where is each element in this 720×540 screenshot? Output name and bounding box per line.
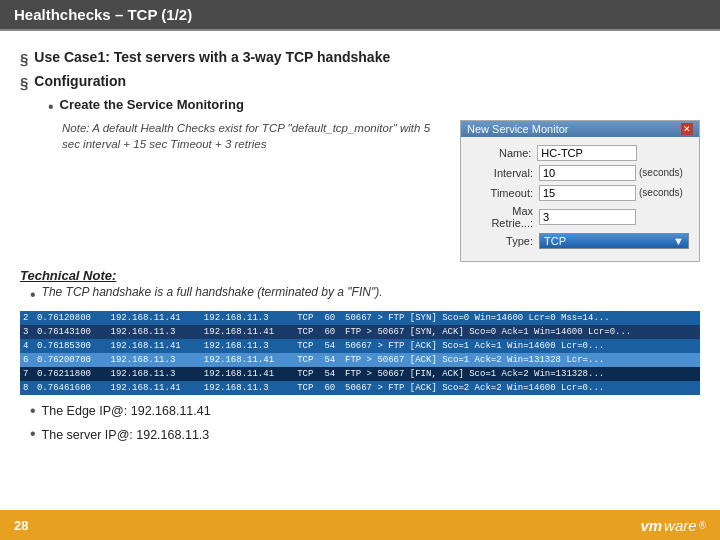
- dialog-unit-timeout: (seconds): [639, 187, 689, 198]
- table-row: 20.76120800192.168.11.41192.168.11.3TCP6…: [20, 311, 700, 325]
- configuration-text: Configuration: [34, 73, 126, 89]
- footer-ware-text: ware: [664, 517, 697, 534]
- use-case-text: Use Case1: Test servers with a 3-way TCP…: [34, 49, 390, 65]
- tech-note-item: • The TCP handshake is a full handshake …: [30, 285, 700, 306]
- dialog-input-timeout[interactable]: [539, 185, 636, 201]
- sub-section-create: • Create the Service Monitoring Note: A …: [48, 97, 700, 262]
- dialog-select-type[interactable]: TCP ▼: [539, 233, 689, 249]
- dialog-input-name[interactable]: [537, 145, 637, 161]
- main-content: § Use Case1: Test servers with a 3-way T…: [0, 37, 720, 456]
- bottom-text-server: The server IP@: 192.168.11.3: [42, 428, 210, 442]
- footer-vm-text: vm: [640, 517, 662, 534]
- footer-logo: vm ware ®: [640, 517, 706, 534]
- bottom-bullets: • The Edge IP@: 192.168.11.41 • The serv…: [30, 401, 700, 446]
- dialog-row-retries: Max Retrie...:: [471, 205, 689, 229]
- dialog-titlebar: New Service Monitor ✕: [461, 121, 699, 137]
- page-title: Healthchecks – TCP (1/2): [14, 6, 192, 23]
- dialog-unit-interval: (seconds): [639, 167, 689, 178]
- dialog-row-interval: Interval: (seconds): [471, 165, 689, 181]
- dialog-title: New Service Monitor: [467, 123, 568, 135]
- table-row: 40.76185300192.168.11.41192.168.11.3TCP5…: [20, 339, 700, 353]
- bottom-bullet-edge: •: [30, 401, 36, 422]
- tech-note-bullet: •: [30, 285, 36, 306]
- dialog-select-arrow: ▼: [673, 235, 684, 247]
- technical-note-label: Technical Note:: [20, 268, 700, 283]
- technical-note-section: Technical Note: • The TCP handshake is a…: [20, 268, 700, 306]
- tech-note-text: The TCP handshake is a full handshake (t…: [42, 285, 383, 299]
- dialog-label-type: Type:: [471, 235, 539, 247]
- bottom-item-server: • The server IP@: 192.168.11.3: [30, 424, 700, 445]
- bottom-item-edge: • The Edge IP@: 192.168.11.41: [30, 401, 700, 422]
- footer: 28 vm ware ®: [0, 510, 720, 540]
- footer-reg-symbol: ®: [699, 520, 706, 531]
- dialog-select-value: TCP: [544, 235, 566, 247]
- section-use-case: § Use Case1: Test servers with a 3-way T…: [20, 49, 700, 67]
- table-row: 70.76211800192.168.11.3192.168.11.41TCP5…: [20, 367, 700, 381]
- dialog-row-name: Name:: [471, 145, 689, 161]
- table-row: 30.76143100192.168.11.3192.168.11.41TCP6…: [20, 325, 700, 339]
- note-block: Note: A default Health Checks exist for …: [62, 120, 450, 153]
- dialog-input-retries[interactable]: [539, 209, 636, 225]
- header-bar: Healthchecks – TCP (1/2): [0, 0, 720, 29]
- table-row: 80.76461600192.168.11.41192.168.11.3TCP6…: [20, 381, 700, 395]
- dialog-row-type: Type: TCP ▼: [471, 233, 689, 249]
- dialog-label-name: Name:: [471, 147, 537, 159]
- table-row: 60.76200700192.168.11.3192.168.11.41TCP5…: [20, 353, 700, 367]
- bullet-configuration: §: [20, 74, 28, 91]
- bottom-text-edge: The Edge IP@: 192.168.11.41: [42, 404, 211, 418]
- dialog-box: New Service Monitor ✕ Name: Interval: (s…: [460, 120, 700, 262]
- dialog-label-retries: Max Retrie...:: [471, 205, 539, 229]
- sub-bullet-create: •: [48, 97, 54, 118]
- sub-item-create: • Create the Service Monitoring: [48, 97, 700, 118]
- dialog-input-interval[interactable]: [539, 165, 636, 181]
- dialog-close-button[interactable]: ✕: [681, 123, 693, 135]
- dialog-body: Name: Interval: (seconds) Timeout:: [461, 137, 699, 261]
- section-configuration: § Configuration: [20, 73, 700, 91]
- sub-text-create: Create the Service Monitoring: [60, 97, 244, 112]
- dialog-label-interval: Interval:: [471, 167, 539, 179]
- dialog-row-timeout: Timeout: (seconds): [471, 185, 689, 201]
- packet-table-wrapper: 20.76120800192.168.11.41192.168.11.3TCP6…: [20, 311, 700, 395]
- packet-table: 20.76120800192.168.11.41192.168.11.3TCP6…: [20, 311, 700, 395]
- footer-page-number: 28: [14, 518, 28, 533]
- bullet-use-case: §: [20, 50, 28, 67]
- note-text: Note: A default Health Checks exist for …: [62, 122, 430, 151]
- dialog-label-timeout: Timeout:: [471, 187, 539, 199]
- bottom-bullet-server: •: [30, 424, 36, 445]
